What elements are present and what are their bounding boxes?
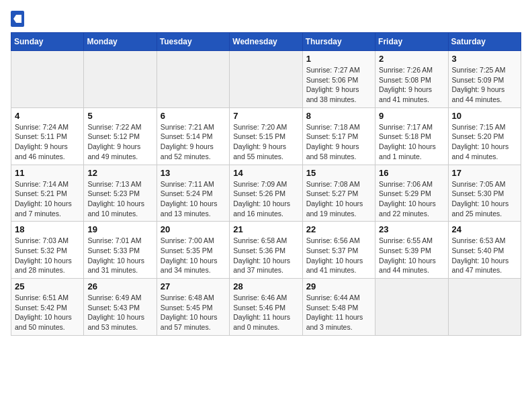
calendar-cell: 27Sunrise: 6:48 AM Sunset: 5:45 PM Dayli… [157,279,229,336]
day-number: 2 [379,54,444,64]
day-number: 8 [306,111,371,121]
day-number: 28 [233,281,298,291]
calendar-cell [448,279,521,336]
day-info: Sunrise: 7:18 AM Sunset: 5:17 PM Dayligh… [306,122,371,162]
page-header [11,11,521,27]
day-info: Sunrise: 7:13 AM Sunset: 5:23 PM Dayligh… [87,179,152,219]
day-number: 21 [233,224,298,234]
calendar-cell: 13Sunrise: 7:11 AM Sunset: 5:24 PM Dayli… [157,165,229,222]
calendar-cell: 23Sunrise: 6:55 AM Sunset: 5:39 PM Dayli… [375,222,448,279]
day-number: 19 [87,224,152,234]
day-info: Sunrise: 6:48 AM Sunset: 5:45 PM Dayligh… [161,293,226,332]
column-header-friday: Friday [375,33,448,51]
day-info: Sunrise: 7:27 AM Sunset: 5:06 PM Dayligh… [306,65,371,105]
column-header-monday: Monday [84,33,157,51]
day-number: 13 [161,168,226,178]
calendar-cell: 17Sunrise: 7:05 AM Sunset: 5:30 PM Dayli… [448,165,521,222]
calendar-cell: 19Sunrise: 7:01 AM Sunset: 5:33 PM Dayli… [84,222,157,279]
calendar-cell [230,51,302,108]
calendar-cell: 15Sunrise: 7:08 AM Sunset: 5:27 PM Dayli… [302,165,375,222]
calendar-cell: 4Sunrise: 7:24 AM Sunset: 5:11 PM Daylig… [11,107,84,165]
calendar-cell: 21Sunrise: 6:58 AM Sunset: 5:36 PM Dayli… [230,222,302,279]
calendar-table: SundayMondayTuesdayWednesdayThursdayFrid… [11,32,521,336]
day-info: Sunrise: 6:56 AM Sunset: 5:37 PM Dayligh… [306,236,371,275]
calendar-cell [157,51,229,108]
day-info: Sunrise: 7:21 AM Sunset: 5:14 PM Dayligh… [161,122,226,162]
day-info: Sunrise: 6:46 AM Sunset: 5:46 PM Dayligh… [233,293,298,332]
day-number: 24 [452,224,517,234]
day-number: 9 [379,111,444,121]
day-number: 4 [15,111,80,121]
calendar-cell: 3Sunrise: 7:25 AM Sunset: 5:09 PM Daylig… [448,51,521,108]
calendar-cell: 6Sunrise: 7:21 AM Sunset: 5:14 PM Daylig… [157,107,229,165]
day-info: Sunrise: 6:51 AM Sunset: 5:42 PM Dayligh… [15,293,80,332]
day-number: 7 [233,111,298,121]
calendar-cell: 12Sunrise: 7:13 AM Sunset: 5:23 PM Dayli… [84,165,157,222]
day-number: 29 [306,281,371,291]
day-info: Sunrise: 7:25 AM Sunset: 5:09 PM Dayligh… [452,65,517,105]
day-info: Sunrise: 6:44 AM Sunset: 5:48 PM Dayligh… [306,293,371,332]
day-number: 22 [306,224,371,234]
calendar-cell: 9Sunrise: 7:17 AM Sunset: 5:18 PM Daylig… [375,107,448,165]
calendar-cell: 8Sunrise: 7:18 AM Sunset: 5:17 PM Daylig… [302,107,375,165]
day-number: 16 [379,168,444,178]
column-header-saturday: Saturday [448,33,521,51]
calendar-cell: 11Sunrise: 7:14 AM Sunset: 5:21 PM Dayli… [11,165,84,222]
day-info: Sunrise: 7:24 AM Sunset: 5:11 PM Dayligh… [15,122,80,162]
day-info: Sunrise: 6:49 AM Sunset: 5:43 PM Dayligh… [87,293,152,332]
day-info: Sunrise: 7:17 AM Sunset: 5:18 PM Dayligh… [379,122,444,162]
column-header-thursday: Thursday [302,33,375,51]
day-number: 14 [233,168,298,178]
calendar-cell: 1Sunrise: 7:27 AM Sunset: 5:06 PM Daylig… [302,51,375,108]
day-number: 11 [15,168,80,178]
day-info: Sunrise: 7:14 AM Sunset: 5:21 PM Dayligh… [15,179,80,219]
day-number: 25 [15,281,80,291]
day-info: Sunrise: 7:00 AM Sunset: 5:35 PM Dayligh… [161,236,226,275]
day-number: 26 [87,281,152,291]
day-number: 15 [306,168,371,178]
day-number: 18 [15,224,80,234]
day-info: Sunrise: 7:20 AM Sunset: 5:15 PM Dayligh… [233,122,298,162]
calendar-cell: 10Sunrise: 7:15 AM Sunset: 5:20 PM Dayli… [448,107,521,165]
day-number: 1 [306,54,371,64]
calendar-cell: 26Sunrise: 6:49 AM Sunset: 5:43 PM Dayli… [84,279,157,336]
calendar-cell: 7Sunrise: 7:20 AM Sunset: 5:15 PM Daylig… [230,107,302,165]
calendar-cell: 25Sunrise: 6:51 AM Sunset: 5:42 PM Dayli… [11,279,84,336]
day-info: Sunrise: 6:53 AM Sunset: 5:40 PM Dayligh… [452,236,517,275]
day-number: 23 [379,224,444,234]
day-number: 27 [161,281,226,291]
logo-icon [11,11,24,27]
calendar-cell: 2Sunrise: 7:26 AM Sunset: 5:08 PM Daylig… [375,51,448,108]
column-header-sunday: Sunday [11,33,84,51]
day-info: Sunrise: 7:01 AM Sunset: 5:33 PM Dayligh… [87,236,152,275]
day-number: 10 [452,111,517,121]
logo [11,11,27,27]
day-info: Sunrise: 7:11 AM Sunset: 5:24 PM Dayligh… [161,179,226,219]
day-number: 3 [452,54,517,64]
calendar-cell: 20Sunrise: 7:00 AM Sunset: 5:35 PM Dayli… [157,222,229,279]
day-info: Sunrise: 7:26 AM Sunset: 5:08 PM Dayligh… [379,65,444,105]
day-info: Sunrise: 7:03 AM Sunset: 5:32 PM Dayligh… [15,236,80,275]
calendar-cell: 24Sunrise: 6:53 AM Sunset: 5:40 PM Dayli… [448,222,521,279]
calendar-cell: 5Sunrise: 7:22 AM Sunset: 5:12 PM Daylig… [84,107,157,165]
calendar-cell: 22Sunrise: 6:56 AM Sunset: 5:37 PM Dayli… [302,222,375,279]
column-header-tuesday: Tuesday [157,33,229,51]
day-info: Sunrise: 7:22 AM Sunset: 5:12 PM Dayligh… [87,122,152,162]
calendar-cell: 16Sunrise: 7:06 AM Sunset: 5:29 PM Dayli… [375,165,448,222]
calendar-cell [375,279,448,336]
calendar-cell: 28Sunrise: 6:46 AM Sunset: 5:46 PM Dayli… [230,279,302,336]
calendar-cell: 29Sunrise: 6:44 AM Sunset: 5:48 PM Dayli… [302,279,375,336]
calendar-cell: 18Sunrise: 7:03 AM Sunset: 5:32 PM Dayli… [11,222,84,279]
day-number: 17 [452,168,517,178]
day-info: Sunrise: 7:09 AM Sunset: 5:26 PM Dayligh… [233,179,298,219]
day-info: Sunrise: 7:15 AM Sunset: 5:20 PM Dayligh… [452,122,517,162]
day-info: Sunrise: 7:06 AM Sunset: 5:29 PM Dayligh… [379,179,444,219]
day-number: 20 [161,224,226,234]
day-number: 6 [161,111,226,121]
day-number: 5 [87,111,152,121]
calendar-cell [84,51,157,108]
calendar-cell [11,51,84,108]
day-number: 12 [87,168,152,178]
day-info: Sunrise: 7:05 AM Sunset: 5:30 PM Dayligh… [452,179,517,219]
day-info: Sunrise: 6:58 AM Sunset: 5:36 PM Dayligh… [233,236,298,275]
